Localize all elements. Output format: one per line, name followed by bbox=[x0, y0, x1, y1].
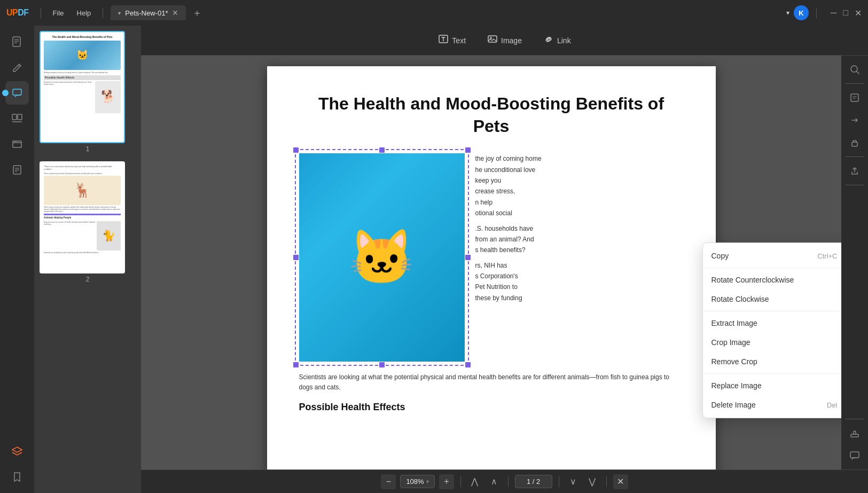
handle-mr[interactable] bbox=[465, 255, 471, 260]
zoom-out-button[interactable]: − bbox=[381, 474, 396, 489]
handle-tm[interactable] bbox=[379, 147, 385, 153]
handle-br[interactable] bbox=[465, 362, 471, 367]
svg-rect-4 bbox=[13, 89, 21, 95]
avatar[interactable]: K bbox=[794, 5, 809, 20]
pdf-viewer: The Health and Mood-Boosting Benefits of… bbox=[141, 56, 841, 469]
right-icon-search[interactable] bbox=[845, 60, 864, 79]
tab-close-button[interactable]: ✕ bbox=[172, 9, 178, 17]
thumb-deer-img: 🦌 bbox=[44, 176, 121, 205]
thumbnail-page-1[interactable]: The Health and Mood-Boosting Benefits of… bbox=[40, 31, 136, 153]
page-input[interactable]: 1 / 2 bbox=[515, 475, 552, 488]
context-menu-extract[interactable]: Extract Image bbox=[703, 314, 842, 333]
sidebar-icon-edit[interactable] bbox=[5, 56, 29, 79]
svg-rect-20 bbox=[851, 94, 858, 101]
window-controls: ─ □ ✕ bbox=[831, 8, 862, 18]
page-last-button[interactable]: ⋁ bbox=[585, 474, 600, 489]
sidebar-icon-protect[interactable] bbox=[5, 158, 29, 182]
pdf-page: The Health and Mood-Boosting Benefits of… bbox=[267, 66, 716, 469]
handle-ml[interactable] bbox=[293, 255, 299, 260]
main-layout: The Health and Mood-Boosting Benefits of… bbox=[0, 26, 868, 493]
sidebar-icon-comment[interactable] bbox=[5, 81, 29, 105]
right-icon-stamp[interactable] bbox=[845, 424, 864, 443]
titlebar-divider-3 bbox=[816, 7, 817, 18]
updf-logo: UPDF bbox=[6, 8, 29, 18]
context-menu-copy[interactable]: Copy Ctrl+C bbox=[703, 246, 842, 265]
svg-point-9 bbox=[14, 142, 15, 143]
zoom-in-button[interactable]: ＋ bbox=[439, 474, 454, 489]
right-icon-ocr[interactable] bbox=[845, 88, 864, 107]
svg-rect-21 bbox=[852, 142, 857, 146]
context-menu-copy-label: Copy bbox=[711, 252, 729, 260]
link-tool-icon bbox=[543, 34, 554, 47]
thumbnail-img-2: "There is no one answer about how a pet … bbox=[40, 161, 125, 273]
context-menu-remove-crop[interactable]: Remove Crop bbox=[703, 352, 842, 371]
thumb-col-2: Dogs can serve as a source of comfort an… bbox=[44, 221, 121, 252]
page-first-button[interactable]: ⋀ bbox=[467, 474, 482, 489]
thumb-col-2-left: Dogs can serve as a source of comfort an… bbox=[44, 221, 96, 252]
context-menu-replace[interactable]: Replace Image bbox=[703, 376, 842, 395]
page-next-button[interactable]: ∨ bbox=[566, 474, 581, 489]
close-nav-button[interactable]: ✕ bbox=[613, 474, 628, 489]
zoom-value-display[interactable]: 108% ▾ bbox=[400, 475, 434, 488]
toolbar-link-item[interactable]: Link bbox=[533, 29, 582, 51]
handle-tl[interactable] bbox=[293, 147, 299, 153]
right-icon-chat[interactable] bbox=[845, 446, 864, 465]
context-menu-delete[interactable]: Delete Image Del bbox=[703, 395, 842, 414]
total-pages: 2 bbox=[536, 478, 540, 486]
sidebar-icon-tools[interactable] bbox=[5, 132, 29, 156]
page-prev-button[interactable]: ∧ bbox=[487, 474, 502, 489]
svg-point-17 bbox=[490, 37, 492, 39]
close-button[interactable]: ✕ bbox=[855, 8, 862, 18]
handle-bl[interactable] bbox=[293, 362, 299, 367]
svg-rect-23 bbox=[850, 452, 859, 458]
right-divider-3 bbox=[845, 185, 864, 185]
sidebar-icon-layers[interactable] bbox=[5, 440, 29, 463]
sidebar-toggle-indicator bbox=[2, 90, 9, 96]
sidebar-icon-bookmark[interactable] bbox=[5, 465, 29, 489]
current-page: 1 bbox=[527, 478, 530, 486]
scientists-text: Scientists are looking at what the poten… bbox=[299, 372, 684, 393]
right-divider-2 bbox=[845, 156, 864, 157]
minimize-button[interactable]: ─ bbox=[831, 8, 836, 18]
content-area: The Health and Mood-Boosting Benefits of… bbox=[141, 56, 868, 469]
zoom-percentage: 108% bbox=[406, 478, 424, 486]
right-icon-lock[interactable] bbox=[845, 133, 864, 152]
tab-add-button[interactable]: ＋ bbox=[192, 6, 202, 19]
sidebar-icon-organize[interactable] bbox=[5, 107, 29, 130]
left-sidebar-bottom bbox=[5, 440, 29, 489]
menu-file[interactable]: File bbox=[49, 7, 68, 19]
menu-help[interactable]: Help bbox=[73, 7, 96, 19]
thumb-dog-img: 🐕 bbox=[95, 81, 121, 113]
thumb-cat-image: 🐱 bbox=[44, 41, 121, 70]
right-icon-share[interactable] bbox=[845, 161, 864, 181]
context-menu-rotate-cw[interactable]: Rotate Clockwise bbox=[703, 289, 842, 309]
context-menu-crop[interactable]: Crop Image bbox=[703, 333, 842, 352]
thumb-text-2c: "We're trying to lay the the subjective … bbox=[44, 206, 121, 213]
right-icon-convert[interactable] bbox=[845, 111, 864, 130]
window-dropdown[interactable]: ▾ bbox=[786, 9, 789, 17]
svg-line-19 bbox=[857, 72, 859, 74]
bar-divider-4 bbox=[606, 476, 607, 487]
bar-divider-1 bbox=[460, 476, 461, 487]
toolbar-link-label: Link bbox=[557, 36, 571, 45]
active-tab[interactable]: ▾ Pets-New-01* ✕ bbox=[111, 5, 186, 20]
bar-divider-3 bbox=[559, 476, 559, 487]
svg-rect-6 bbox=[18, 114, 22, 120]
thumbnail-page-2[interactable]: "There is no one answer about how a pet … bbox=[40, 161, 136, 283]
tab-title: Pets-New-01* bbox=[125, 9, 168, 17]
context-menu-copy-shortcut: Ctrl+C bbox=[817, 252, 837, 260]
thumbnail-img-1: The Health and Mood-Boosting Benefits of… bbox=[40, 31, 125, 143]
context-menu-divider-3 bbox=[703, 373, 842, 374]
titlebar-divider-1 bbox=[41, 7, 41, 18]
text-beside-image: the joy of coming home he unconditional … bbox=[475, 153, 684, 362]
image-selection-wrapper[interactable]: 🐱 bbox=[299, 153, 465, 362]
toolbar-text-item[interactable]: Text bbox=[427, 29, 476, 51]
maximize-button[interactable]: □ bbox=[843, 8, 848, 18]
toolbar-image-item[interactable]: Image bbox=[476, 29, 533, 51]
thumb-text-1: Nothing compares to the joy of coming ho… bbox=[44, 72, 121, 74]
sidebar-icon-pages[interactable] bbox=[5, 30, 29, 53]
handle-tr[interactable] bbox=[465, 147, 471, 153]
context-menu-rotate-ccw[interactable]: Rotate Counterclockwise bbox=[703, 270, 842, 289]
section-header: Possible Health Effects bbox=[299, 402, 684, 413]
handle-bm[interactable] bbox=[379, 362, 385, 367]
